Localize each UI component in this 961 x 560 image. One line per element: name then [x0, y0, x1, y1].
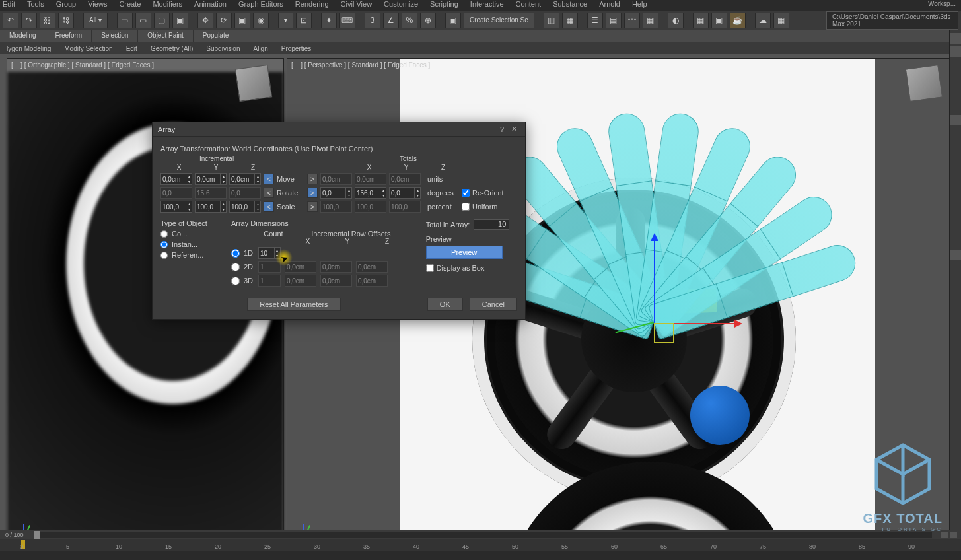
rotate-tot-z[interactable]: ▴▾ [389, 187, 421, 199]
dim-1d-radio[interactable] [231, 249, 240, 258]
objtype-instance[interactable]: Instan... [160, 240, 219, 248]
panel-geometry[interactable]: Geometry (All) [144, 44, 199, 53]
move-right-arrow[interactable]: > [307, 174, 318, 184]
editnamedsel-icon[interactable]: ▣ [445, 13, 461, 28]
rect-select-icon[interactable]: ▢ [154, 13, 170, 28]
menu-edit[interactable]: Edit [3, 0, 15, 8]
panel-properties[interactable]: Properties [275, 44, 318, 53]
schematic-icon[interactable]: ▦ [643, 13, 658, 28]
create-panel-icon[interactable] [950, 33, 961, 44]
render-icon[interactable]: ☕ [730, 13, 746, 28]
reset-button[interactable]: Reset All Parameters [247, 298, 340, 311]
spinner-snap-icon[interactable]: ⊕ [420, 13, 436, 28]
menu-group[interactable]: Group [56, 0, 77, 8]
menu-views[interactable]: Views [88, 0, 107, 8]
reorient-checkbox[interactable]: Re-Orient [462, 189, 504, 197]
move-icon[interactable]: ✥ [197, 13, 213, 28]
move-left-arrow[interactable]: < [264, 174, 274, 184]
dim-3d-radio[interactable] [231, 277, 240, 285]
tab-freeform[interactable]: Freeform [46, 30, 92, 42]
modify-panel-icon[interactable] [950, 46, 961, 57]
placement-icon[interactable]: ◉ [253, 13, 269, 28]
scale-left-arrow[interactable]: < [264, 201, 274, 212]
viewcube-icon[interactable] [235, 65, 272, 102]
layer-icon[interactable]: ☰ [587, 13, 603, 28]
panel-modifysel[interactable]: Modify Selection [57, 44, 119, 53]
menu-animation[interactable]: Animation [194, 0, 227, 8]
objtype-copy[interactable]: Co... [160, 230, 219, 238]
manip-icon[interactable]: ✦ [321, 13, 337, 28]
menu-content[interactable]: Content [516, 0, 542, 8]
tab-modeling[interactable]: Modeling [0, 30, 46, 42]
timeline-slider[interactable]: 0 / 100 [0, 530, 961, 539]
select-icon[interactable]: ▭ [117, 13, 133, 28]
menu-rendering[interactable]: Rendering [295, 0, 329, 8]
panel-polymod[interactable]: lygon Modeling [0, 44, 57, 53]
help-icon[interactable]: ? [496, 125, 508, 133]
rotate-tot-y[interactable]: ▴▾ [355, 187, 386, 199]
snap-icon[interactable]: 3 [365, 13, 380, 28]
panel-btn-icon[interactable] [950, 250, 961, 260]
cancel-button[interactable]: Cancel [470, 298, 517, 311]
toggleribbon-icon[interactable]: ▤ [606, 13, 622, 28]
mirror-icon[interactable]: ▥ [544, 13, 559, 28]
rotate-tot-x[interactable]: ▴▾ [320, 187, 352, 199]
preview-button[interactable]: Preview [426, 246, 503, 259]
coord-sys[interactable]: ▾ [278, 13, 293, 28]
menu-customize[interactable]: Customize [384, 0, 418, 8]
viewcube-icon[interactable] [906, 65, 943, 102]
dim-1d-count[interactable]: ▴▾ [258, 247, 281, 259]
command-panel[interactable] [949, 30, 961, 530]
menu-scripting[interactable]: Scripting [430, 0, 458, 8]
panel-btn-icon[interactable] [950, 115, 961, 125]
scale-inc-z[interactable]: ▴▾ [229, 201, 261, 213]
scale-right-arrow[interactable]: > [307, 201, 318, 212]
menu-tools[interactable]: Tools [27, 0, 44, 8]
menu-civilview[interactable]: Civil View [341, 0, 372, 8]
rendered-frame-icon[interactable]: ▣ [711, 13, 727, 28]
pivot-icon[interactable]: ⊡ [296, 13, 312, 28]
project-path-field[interactable]: C:\Users\Daniel Caspari\Documents\3ds Ma… [826, 11, 958, 30]
menu-modifiers[interactable]: Modifiers [153, 0, 182, 8]
scale-inc-y[interactable]: ▴▾ [195, 201, 227, 213]
menu-help[interactable]: Help [632, 0, 647, 8]
named-sel-dropdown[interactable]: Create Selection Se [464, 13, 534, 28]
menu-create[interactable]: Create [119, 0, 141, 8]
uniform-checkbox[interactable]: Uniform [462, 203, 498, 211]
menu-arnold[interactable]: Arnold [599, 0, 620, 8]
open-autodesk-icon[interactable]: ▦ [773, 13, 789, 28]
menu-substance[interactable]: Substance [553, 0, 587, 8]
panel-align[interactable]: Align [246, 44, 274, 53]
move-inc-z[interactable]: ▴▾ [229, 173, 261, 185]
a360-icon[interactable]: ☁ [755, 13, 771, 28]
menu-interactive[interactable]: Interactive [470, 0, 504, 8]
close-icon[interactable]: ✕ [508, 125, 520, 133]
unlink-icon[interactable]: ⛓ [58, 13, 74, 28]
time-ruler[interactable]: 0 5 10 15 20 25 30 35 40 45 50 55 60 65 … [0, 539, 961, 551]
tab-selection[interactable]: Selection [92, 30, 138, 42]
tab-objectpaint[interactable]: Object Paint [138, 30, 193, 42]
display-as-box-checkbox[interactable]: Display as Box [426, 264, 485, 272]
ok-button[interactable]: OK [427, 298, 463, 311]
timeline-track[interactable] [34, 532, 932, 538]
dialog-titlebar[interactable]: Array ? ✕ [153, 122, 525, 137]
scale-inc-x[interactable]: ▴▾ [160, 201, 192, 213]
angle-snap-icon[interactable]: ∠ [383, 13, 399, 28]
viewport-left-label[interactable]: [ + ] [ Orthographic ] [ Standard ] [ Ed… [11, 61, 154, 69]
rotate-right-arrow[interactable]: > [307, 188, 318, 198]
tab-populate[interactable]: Populate [194, 30, 238, 42]
dim-2d-radio[interactable] [231, 263, 240, 271]
redo-icon[interactable]: ↷ [21, 13, 37, 28]
rotate-icon[interactable]: ⟳ [216, 13, 232, 28]
panel-subdivision[interactable]: Subdivision [199, 44, 246, 53]
select-name-icon[interactable]: ▭ [135, 13, 151, 28]
link-icon[interactable]: ⛓ [40, 13, 55, 28]
keyboard-icon[interactable]: ⌨ [339, 13, 355, 28]
align-icon[interactable]: ▦ [562, 13, 578, 28]
render-setup-icon[interactable]: ▦ [693, 13, 709, 28]
window-cross-icon[interactable]: ▣ [172, 13, 188, 28]
move-inc-y[interactable]: ▴▾ [195, 173, 227, 185]
curve-editor-icon[interactable]: 〰 [624, 13, 640, 28]
rotate-left-arrow[interactable]: < [264, 188, 274, 198]
timeline-next-icon[interactable] [950, 532, 957, 538]
